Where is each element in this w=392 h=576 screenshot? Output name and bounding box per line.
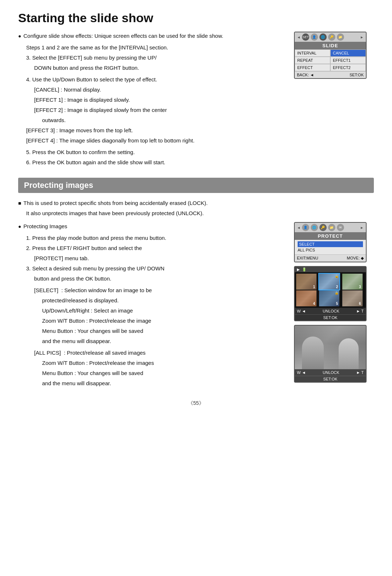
image-grid-footer: W ◄ UNLOCK ► T (295, 308, 366, 314)
slide-step5: 5. Press the OK button to confirm the se… (26, 148, 374, 157)
protect-step1: 1. Press the play mode button and press … (26, 234, 283, 242)
protect-dot-bullet (18, 223, 23, 229)
single-t-label: ► T (356, 370, 364, 375)
lock-icon-2: 🔒 (335, 274, 339, 278)
protect-item-allpics: ALL PICS (298, 247, 363, 253)
pm-icon4: 📁 (328, 224, 335, 231)
protect-line2: It also unprotects images that have been… (26, 209, 374, 218)
image-grid: 1 🔒 2 3 4 (295, 272, 366, 308)
battery-icon: 🔋 (302, 267, 306, 271)
effect4-label: [EFFECT 4] (26, 137, 55, 144)
slide-back-label: BACK: ◄ (297, 73, 314, 77)
protect-text-col: Protecting Images 1. Press the play mode… (18, 222, 283, 389)
allpics-text2: Zoom W/T Button : Protect/release the im… (42, 359, 283, 367)
cell-num-5: 5 (336, 302, 338, 306)
slideshow-text-col: Configure slide show effects: Unique scr… (18, 32, 283, 126)
slide-menu-col: ◄ SET 👤 🌐 🔑 📁 ► SLIDE INTERVAL CANCEL RE… (294, 32, 374, 79)
single-photo-footer: W ◄ UNLOCK ► T (295, 369, 366, 376)
select-label: [SELECT] (34, 287, 58, 293)
grid-cell-5: 🔒 5 (319, 290, 339, 306)
effect2-label: [EFFECT 2] (34, 107, 63, 113)
section-header-protect: Protecting images (18, 178, 374, 193)
slide-step3: 3. Select the [EFFECT] sub menu by press… (26, 53, 283, 62)
allpics-text4: and the menu will disappear. (42, 379, 283, 388)
allpics-label: [ALL PICS] (34, 350, 61, 356)
cell-num-1: 1 (313, 285, 315, 289)
effect1-text: : Image is displayed slowly. (64, 97, 130, 103)
protect-exit-label: EXIT:MENU (297, 256, 318, 261)
pm-icon5: ✉ (337, 224, 344, 231)
select-text: : Selection window for an image to be (61, 287, 152, 293)
select-text2: protected/released is displayed. (42, 296, 283, 305)
grid-cell-3: 3 (342, 274, 363, 290)
slide-step4: 4. Use the Up/Down Button to select the … (26, 75, 283, 84)
slide-step6: 6. Press the OK button again and the sli… (26, 158, 374, 167)
grid-cell-6: 6 (342, 290, 363, 306)
slide-set-label: SET:OK (350, 73, 364, 77)
cell-num-2: 2 (336, 285, 338, 289)
protect-step2: 2. Press the LEFT/ RIGHT button and sele… (26, 244, 283, 253)
protect-menu-footer: EXIT:MENU MOVE: ◆ (295, 254, 366, 262)
slide-menu-body: INTERVAL CANCEL REPEAT EFFECT1 EFFECT EF… (295, 49, 366, 71)
bullet-1 (18, 33, 23, 39)
pm-icon1: 👤 (302, 224, 309, 231)
pm-icon2: 🌐 (311, 224, 318, 231)
select-text4: Zoom W/T Button : Protect/release the im… (42, 317, 283, 325)
play-icon: ▶ (297, 267, 300, 271)
single-photo-img (295, 326, 366, 369)
select-text5: Menu Button : Your changes will be saved (42, 327, 283, 335)
protect-bullet2: Protecting Images (23, 223, 67, 229)
photo-person-left (302, 337, 324, 369)
effect4-text: : The image slides diagonally from top l… (56, 137, 195, 144)
protect-menu-title: PROTECT (295, 232, 366, 240)
effect3-text: : Image moves from the top left. (56, 127, 133, 133)
cell-num-6: 6 (359, 302, 361, 306)
slide-step3b: DOWN button and press the RIGHT button. (34, 64, 283, 72)
slide-menu-footer: BACK: ◄ SET:OK (295, 71, 366, 78)
slide-bullet1: Configure slide show effects: Unique scr… (23, 33, 223, 39)
grid-w-label: W ◄ (297, 309, 306, 313)
select-text3: Up/Down/Left/Right : Select an image (42, 306, 283, 315)
protect-ui-col: ◄ 👤 🌐 🔑 📁 ✉ ► PROTECT SELECT ALL PICS EX… (294, 222, 374, 383)
grid-cell-2: 🔒 2 (319, 274, 339, 290)
cancel-text: : Normal display. (61, 86, 101, 93)
grid-t-label: ► T (356, 309, 364, 313)
protect-square-bullet (18, 200, 23, 206)
slide-row1-right: CANCEL (330, 49, 366, 57)
image-grid-box: ▶ 🔋 1 🔒 2 3 (294, 266, 367, 321)
page-number: 《55》 (18, 400, 374, 407)
single-photo-box: W ◄ UNLOCK ► T SET:OK (294, 325, 367, 383)
slide-line2: Steps 1 and 2 are the same as for the [I… (26, 43, 283, 52)
slide-menu: ◄ SET 👤 🌐 🔑 📁 ► SLIDE INTERVAL CANCEL RE… (294, 32, 367, 79)
set-icon: SET (302, 33, 309, 41)
effect2b: outwards. (42, 116, 283, 125)
protect-move-label: MOVE: ◆ (347, 256, 364, 261)
person-icon: 👤 (311, 33, 318, 41)
slideshow-section: Configure slide show effects: Unique scr… (18, 32, 374, 167)
protect-menu: ◄ 👤 🌐 🔑 📁 ✉ ► PROTECT SELECT ALL PICS EX… (294, 222, 367, 262)
page-title: Starting the slide show (18, 11, 374, 25)
pm-icon3: 🔑 (319, 224, 327, 231)
effect2-text: : Image is displayed slowly from the cen… (64, 107, 167, 113)
arrow-left-icon: ◄ (297, 35, 301, 39)
effect1-label: [EFFECT 1] (34, 97, 63, 103)
image-grid-top: ▶ 🔋 (295, 267, 366, 272)
slide-row2-right: EFFECT1 (330, 57, 366, 64)
slide-row2-left: REPEAT (295, 57, 330, 64)
protect-step3: 3. Select a desired sub menu by pressing… (26, 264, 283, 273)
grid-cell-1: 1 (296, 274, 317, 290)
protect-bullet1: This is used to protect specific shots f… (23, 200, 208, 206)
photo-person-right (339, 338, 359, 369)
cell-num-4: 4 (313, 302, 315, 306)
key-icon: 🔑 (328, 33, 335, 41)
slide-menu-icons: ◄ SET 👤 🌐 🔑 📁 ► (295, 32, 366, 42)
protect-step2b: [PROTECT] menu tab. (34, 254, 283, 263)
slide-menu-title: SLIDE (295, 42, 366, 49)
single-photo-setok: SET:OK (295, 376, 366, 382)
effect3-label: [EFFECT 3] (26, 127, 55, 133)
slide-row3-right: EFFECT2 (330, 64, 366, 71)
globe-icon: 🌐 (319, 33, 327, 41)
folder-icon: 📁 (337, 33, 344, 41)
cancel-label: [CANCEL] (34, 86, 59, 93)
slide-row1-left: INTERVAL (295, 49, 330, 57)
